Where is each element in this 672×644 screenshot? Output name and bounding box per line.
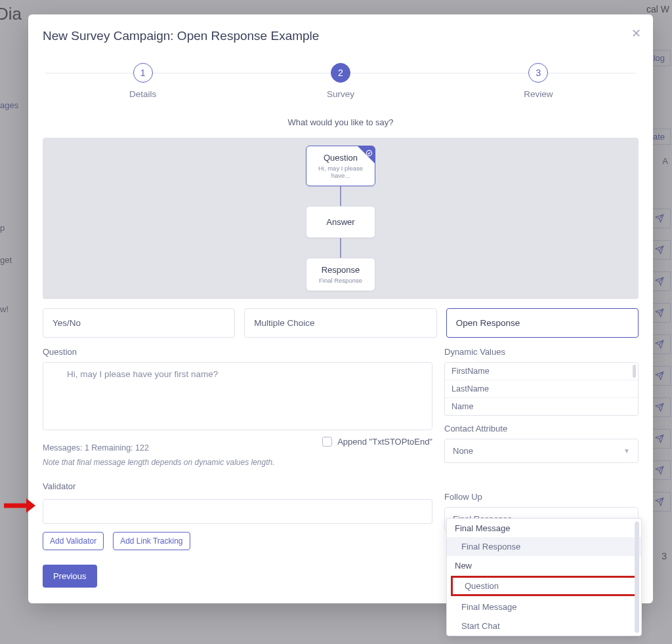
close-button[interactable]: ✕ bbox=[631, 26, 641, 41]
scrollbar[interactable] bbox=[633, 365, 636, 378]
survey-diagram: Question Hi, may I please have... Answer… bbox=[43, 138, 639, 299]
step-circle: 3 bbox=[528, 63, 548, 83]
dynamic-value-item[interactable]: FirstName bbox=[445, 363, 638, 380]
prompt-text: What would you like to say? bbox=[43, 117, 639, 127]
svg-marker-5 bbox=[26, 498, 35, 513]
diagram-answer-node[interactable]: Answer bbox=[306, 206, 375, 238]
select-value: None bbox=[453, 446, 473, 456]
diagram-connector bbox=[340, 238, 341, 258]
chevron-down-icon: ▼ bbox=[623, 447, 630, 454]
step-label: Survey bbox=[327, 89, 354, 99]
annotation-arrow-icon bbox=[4, 496, 35, 515]
diagram-node-title: Response bbox=[310, 265, 371, 275]
diagram-connector bbox=[340, 186, 341, 206]
question-label: Question bbox=[43, 347, 432, 357]
append-stop-label: Append "TxtSTOPtoEnd" bbox=[337, 437, 432, 447]
diagram-node-sub: Final Response bbox=[310, 277, 371, 284]
step-label: Details bbox=[129, 89, 156, 99]
contact-attribute-label: Contact Attribute bbox=[444, 424, 639, 433]
add-validator-button[interactable]: Add Validator bbox=[43, 532, 104, 550]
step-survey[interactable]: 2 Survey bbox=[242, 63, 439, 99]
scrollbar[interactable] bbox=[635, 521, 639, 633]
tab-open-response[interactable]: Open Response bbox=[446, 308, 639, 338]
question-type-tabs: Yes/No Multiple Choice Open Response bbox=[43, 308, 639, 338]
dropdown-item-start-chat[interactable]: Start Chat bbox=[447, 616, 641, 635]
dynamic-value-item[interactable]: Name bbox=[445, 398, 638, 415]
checkbox-icon bbox=[322, 437, 332, 447]
question-textarea[interactable] bbox=[43, 362, 432, 430]
stepper: 1 Details 2 Survey 3 Review bbox=[44, 63, 637, 99]
tab-yes-no[interactable]: Yes/No bbox=[43, 308, 235, 338]
check-icon bbox=[366, 148, 373, 159]
dropdown-item-final-response[interactable]: Final Response bbox=[447, 537, 641, 556]
previous-button[interactable]: Previous bbox=[43, 565, 97, 588]
dropdown-item-final-message[interactable]: Final Message bbox=[447, 597, 641, 616]
step-circle: 1 bbox=[133, 63, 153, 83]
step-details[interactable]: 1 Details bbox=[44, 63, 242, 99]
followup-dropdown[interactable]: Final Message Final Response New Questio… bbox=[446, 518, 642, 636]
diagram-node-title: Answer bbox=[310, 217, 371, 227]
dropdown-group-label: Final Message bbox=[447, 519, 641, 537]
step-label: Review bbox=[524, 89, 553, 99]
dropdown-item-question[interactable]: Question bbox=[451, 576, 637, 596]
diagram-node-sub: Hi, may I please have... bbox=[310, 165, 371, 179]
followup-label: Follow Up bbox=[444, 492, 639, 502]
close-icon: ✕ bbox=[631, 27, 641, 40]
survey-modal: ✕ New Survey Campaign: Open Response Exa… bbox=[28, 14, 653, 603]
dynamic-value-item[interactable]: LastName bbox=[445, 380, 638, 398]
diagram-response-node[interactable]: Response Final Response bbox=[306, 258, 375, 291]
step-circle: 2 bbox=[331, 63, 350, 83]
message-note: Note that final message length depends o… bbox=[43, 458, 275, 467]
step-review[interactable]: 3 Review bbox=[440, 63, 637, 99]
validator-label: Validator bbox=[43, 481, 432, 491]
add-link-tracking-button[interactable]: Add Link Tracking bbox=[113, 532, 190, 550]
append-stop-checkbox[interactable]: Append "TxtSTOPtoEnd" bbox=[322, 437, 432, 447]
contact-attribute-select[interactable]: None ▼ bbox=[444, 439, 639, 463]
diagram-question-node[interactable]: Question Hi, may I please have... bbox=[306, 146, 375, 186]
message-count: Messages: 1 Remaining: 122 bbox=[43, 443, 275, 453]
validator-input[interactable] bbox=[43, 499, 432, 524]
modal-title: New Survey Campaign: Open Response Examp… bbox=[43, 29, 639, 43]
dynamic-values-list[interactable]: FirstName LastName Name bbox=[444, 362, 639, 416]
dropdown-group-label: New bbox=[447, 556, 641, 574]
tab-multiple-choice[interactable]: Multiple Choice bbox=[244, 308, 436, 338]
dynamic-values-label: Dynamic Values bbox=[444, 347, 639, 357]
